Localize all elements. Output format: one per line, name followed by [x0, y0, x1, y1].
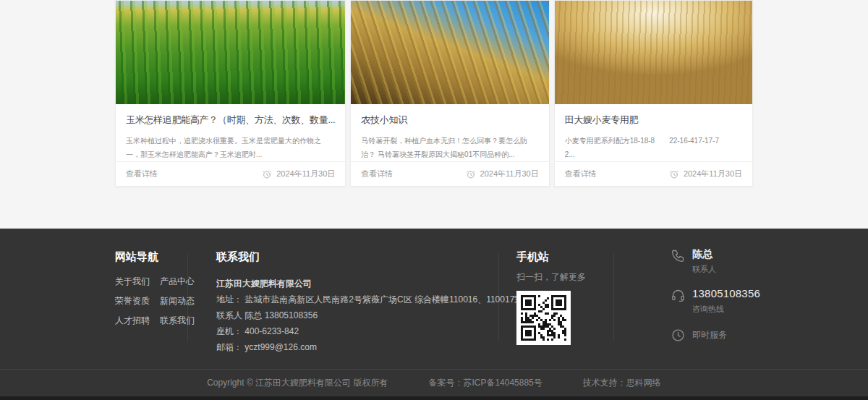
quick-contact-person: 陈总 联系人: [671, 247, 779, 275]
card-date: 2024年11月30日: [276, 169, 335, 179]
view-details-link[interactable]: 查看详情: [126, 169, 158, 179]
company-address: 地址： 盐城市盐南高新区人民南路2号紫薇广场C区 综合楼幢110016、1100…: [216, 292, 506, 307]
contact-person: 联系人 陈总 13805108356: [216, 307, 506, 323]
footer-link-honors[interactable]: 荣誉资质: [115, 295, 150, 307]
footer-divider: [613, 253, 614, 341]
clock-icon: [671, 328, 686, 343]
footer-nav-links: 关于我们 产品中心 荣誉资质 新闻动态 人才招聘 联系我们: [115, 276, 195, 327]
news-card-corn[interactable]: 玉米怎样追肥能高产？（时期、方法、次数、数量... 玉米种植过程中，追肥浇水很重…: [115, 0, 346, 187]
tech-support-credit: 技术支持：思科网络: [583, 377, 661, 389]
company-name: 江苏田大嫂肥料有限公司: [216, 276, 506, 292]
news-card-rice[interactable]: 农技小知识 马铃薯开裂，种植户血本无归！怎么回事？要怎么防治？ 马铃薯块茎开裂原…: [350, 0, 549, 187]
footer-mobile-column: 手机站 扫一扫，了解更多: [516, 250, 586, 345]
card-body: 田大嫂小麦专用肥 小麦专用肥系列配方18-18-8 22-16-417-17-7…: [555, 104, 752, 161]
alarm-clock-icon: [669, 169, 679, 179]
card-title: 农技小知识: [361, 114, 538, 127]
quick-service-label: 即时服务: [692, 328, 727, 341]
quick-person-label: 联系人: [692, 264, 716, 275]
mobile-site-title: 手机站: [516, 250, 586, 264]
qr-code: [516, 291, 571, 345]
alarm-clock-icon: [262, 169, 272, 179]
bottom-strip: [0, 396, 868, 400]
card-date: 2024年11月30日: [684, 169, 742, 179]
landline-number: 座机： 400-6233-842: [216, 323, 506, 339]
news-card-list: 玉米怎样追肥能高产？（时期、方法、次数、数量... 玉米种植过程中，追肥浇水很重…: [115, 0, 753, 187]
news-card-wheat[interactable]: 田大嫂小麦专用肥 小麦专用肥系列配方18-18-8 22-16-417-17-7…: [554, 0, 753, 187]
footer-divider: [187, 253, 188, 341]
quick-instant-service: 即时服务: [671, 327, 779, 343]
footer-nav-title: 网站导航: [115, 250, 195, 264]
mobile-site-subtitle: 扫一扫，了解更多: [516, 271, 586, 284]
headset-icon: [671, 288, 686, 303]
email-address: 邮箱： yczt999@126.com: [216, 339, 506, 355]
card-excerpt: 玉米种植过程中，追肥浇水很重要。玉米是需肥量大的作物之一，那玉米怎样追肥能高产？…: [126, 134, 335, 161]
card-body: 农技小知识 马铃薯开裂，种植户血本无归！怎么回事？要怎么防治？ 马铃薯块茎开裂原…: [351, 104, 548, 161]
wheat-field-image: [555, 1, 752, 104]
card-footer: 查看详情 2024年11月30日: [351, 161, 548, 186]
date-wrap: 2024年11月30日: [262, 169, 335, 179]
card-footer: 查看详情 2024年11月30日: [116, 161, 345, 186]
icp-record-number: 备案号：苏ICP备14045885号: [428, 377, 542, 389]
footer-link-contact[interactable]: 联系我们: [160, 315, 195, 327]
footer-link-news[interactable]: 新闻动态: [160, 295, 195, 307]
date-wrap: 2024年11月30日: [669, 169, 742, 179]
news-section: 玉米怎样追肥能高产？（时期、方法、次数、数量... 玉米种植过程中，追肥浇水很重…: [0, 0, 868, 229]
phone-icon: [671, 248, 686, 263]
card-excerpt: 马铃薯开裂，种植户血本无归！怎么回事？要怎么防治？ 马铃薯块茎开裂原因大揭秘01…: [361, 134, 538, 161]
footer-link-careers[interactable]: 人才招聘: [115, 315, 150, 327]
footer-link-about[interactable]: 关于我们: [115, 276, 150, 288]
alarm-clock-icon: [466, 169, 476, 179]
footer-link-products[interactable]: 产品中心: [160, 276, 195, 288]
quick-hotline: 13805108356 咨询热线: [671, 287, 779, 315]
corn-field-image: [116, 1, 345, 104]
date-wrap: 2024年11月30日: [466, 169, 539, 179]
footer-divider: [498, 253, 499, 341]
card-footer: 查看详情 2024年11月30日: [555, 161, 752, 186]
view-details-link[interactable]: 查看详情: [361, 169, 393, 179]
copyright-bar: Copyright © 江苏田大嫂肥料有限公司 版权所有 备案号：苏ICP备14…: [0, 369, 868, 396]
quick-person-name: 陈总: [692, 247, 716, 260]
footer-nav-column: 网站导航 关于我们 产品中心 荣誉资质 新闻动态 人才招聘 联系我们: [115, 250, 195, 327]
quick-hotline-label: 咨询热线: [692, 304, 760, 315]
footer-quick-contact-column: 陈总 联系人 13805108356 咨询热线 即时服务: [671, 247, 779, 343]
card-excerpt: 小麦专用肥系列配方18-18-8 22-16-417-17-7 2...: [565, 134, 742, 161]
site-footer: 网站导航 关于我们 产品中心 荣誉资质 新闻动态 人才招聘 联系我们 联系我们 …: [0, 229, 868, 369]
footer-contact-column: 联系我们 江苏田大嫂肥料有限公司 地址： 盐城市盐南高新区人民南路2号紫薇广场C…: [216, 250, 506, 355]
view-details-link[interactable]: 查看详情: [565, 169, 597, 179]
card-title: 玉米怎样追肥能高产？（时期、方法、次数、数量...: [126, 114, 335, 127]
card-body: 玉米怎样追肥能高产？（时期、方法、次数、数量... 玉米种植过程中，追肥浇水很重…: [116, 104, 345, 161]
footer-contact-title: 联系我们: [216, 250, 506, 264]
qr-code-image: [521, 295, 566, 341]
card-title: 田大嫂小麦专用肥: [565, 114, 742, 127]
quick-hotline-number: 13805108356: [692, 287, 760, 300]
rice-field-image: [351, 1, 548, 104]
page: 玉米怎样追肥能高产？（时期、方法、次数、数量... 玉米种植过程中，追肥浇水很重…: [0, 0, 868, 400]
card-date: 2024年11月30日: [480, 169, 539, 179]
copyright-text: Copyright © 江苏田大嫂肥料有限公司 版权所有: [207, 377, 388, 389]
